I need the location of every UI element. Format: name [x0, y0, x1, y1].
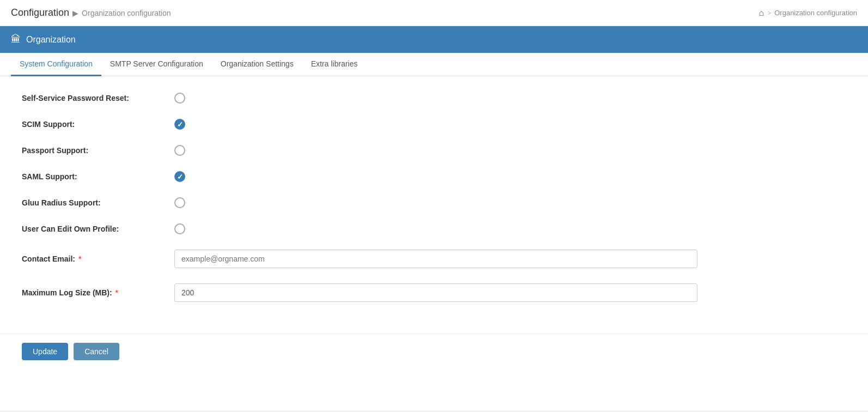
toggle-passport-support[interactable]: [174, 145, 185, 156]
label-saml-support: SAML Support:: [22, 172, 174, 181]
org-header: 🏛 Organization: [0, 26, 868, 53]
top-bar: Configuration ▶ Organization configurati…: [0, 0, 868, 26]
update-button[interactable]: Update: [22, 343, 68, 360]
form-area: Self-Service Password Reset: SCIM Suppor…: [0, 76, 868, 334]
label-passport-support: Passport Support:: [22, 146, 174, 155]
tab-smtp-server-configuration[interactable]: SMTP Server Configuration: [101, 53, 212, 76]
page-title: Configuration: [11, 7, 69, 19]
control-passport-support: [174, 145, 846, 156]
toggle-saml-support[interactable]: [174, 171, 185, 182]
form-row-scim-support: SCIM Support:: [22, 119, 846, 130]
tab-bar: System Configuration SMTP Server Configu…: [0, 53, 868, 76]
home-icon[interactable]: ⌂: [759, 8, 764, 18]
form-row-user-edit-profile: User Can Edit Own Profile:: [22, 223, 846, 234]
label-contact-email: Contact Email: *: [22, 255, 174, 263]
control-saml-support: [174, 171, 846, 182]
control-scim-support: [174, 119, 846, 130]
contact-email-input[interactable]: [174, 250, 697, 268]
org-header-label: Organization: [26, 35, 76, 45]
max-log-size-input[interactable]: [174, 283, 697, 302]
control-contact-email: [174, 250, 846, 268]
form-row-gluu-radius-support: Gluu Radius Support:: [22, 197, 846, 208]
tab-organization-settings[interactable]: Organization Settings: [212, 53, 302, 76]
right-arrow: >: [767, 9, 771, 17]
breadcrumb-right: ⌂ > Organization configuration: [759, 8, 857, 18]
tab-extra-libraries[interactable]: Extra libraries: [302, 53, 367, 76]
control-max-log-size: [174, 283, 846, 302]
toggle-scim-support[interactable]: [174, 119, 185, 130]
control-user-edit-profile: [174, 223, 846, 234]
control-gluu-radius-support: [174, 197, 846, 208]
breadcrumb-separator: ▶: [72, 9, 78, 17]
breadcrumb-right-link: Organization configuration: [774, 9, 857, 17]
form-row-contact-email: Contact Email: *: [22, 250, 846, 268]
form-row-passport-support: Passport Support:: [22, 145, 846, 156]
breadcrumb-sub: Organization configuration: [82, 9, 171, 17]
form-row-self-service-password-reset: Self-Service Password Reset:: [22, 93, 846, 104]
toggle-gluu-radius-support[interactable]: [174, 197, 185, 208]
label-user-edit-profile: User Can Edit Own Profile:: [22, 225, 174, 233]
cancel-button[interactable]: Cancel: [74, 343, 119, 360]
org-icon: 🏛: [11, 34, 21, 45]
action-bar: Update Cancel: [0, 334, 868, 369]
control-self-service-password-reset: [174, 93, 846, 104]
label-gluu-radius-support: Gluu Radius Support:: [22, 198, 174, 207]
required-star-email: *: [78, 255, 81, 263]
label-scim-support: SCIM Support:: [22, 120, 174, 129]
breadcrumb-left: Configuration ▶ Organization configurati…: [11, 7, 171, 19]
tab-system-configuration[interactable]: System Configuration: [11, 53, 101, 76]
label-self-service-password-reset: Self-Service Password Reset:: [22, 94, 174, 102]
label-max-log-size: Maximum Log Size (MB): *: [22, 288, 174, 297]
toggle-self-service-password-reset[interactable]: [174, 93, 185, 104]
form-row-max-log-size: Maximum Log Size (MB): *: [22, 283, 846, 302]
toggle-user-edit-profile[interactable]: [174, 223, 185, 234]
main-content: System Configuration SMTP Server Configu…: [0, 53, 868, 410]
form-row-saml-support: SAML Support:: [22, 171, 846, 182]
required-star-logsize: *: [116, 288, 118, 297]
